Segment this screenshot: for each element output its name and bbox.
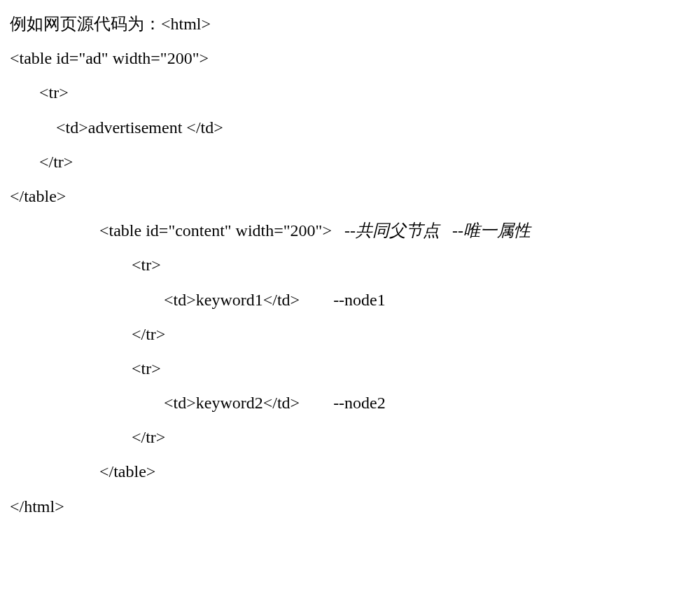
code-line-13: </tr> — [10, 420, 690, 455]
code-text: <td>keyword2</td> — [164, 394, 300, 412]
code-text: <td>advertisement </td> — [56, 118, 223, 137]
code-line-9: <td>keyword1</td> --node1 — [10, 283, 690, 317]
code-text: <tr> — [39, 83, 69, 102]
code-text: <tr> — [132, 256, 161, 274]
code-text: </tr> — [39, 153, 73, 171]
comment-text: --唯一属性 — [452, 221, 531, 240]
code-text: </tr> — [132, 325, 165, 343]
code-line-5: </tr> — [10, 145, 690, 179]
code-line-12: <td>keyword2</td> --node2 — [10, 386, 690, 420]
code-line-4: <td>advertisement </td> — [10, 111, 690, 145]
code-line-8: <tr> — [10, 248, 690, 282]
code-text: <tr> — [132, 359, 161, 378]
code-text: </table> — [99, 462, 155, 481]
comment-text: --node1 — [333, 291, 386, 309]
code-text: </table> — [10, 187, 66, 205]
code-line-1: 例如网页源代码为：<html> — [10, 7, 690, 41]
code-line-10: </tr> — [10, 317, 690, 352]
comment-text: --共同父节点 — [344, 221, 440, 240]
code-line-7: <table id="content" width="200"> --共同父节点… — [10, 214, 690, 248]
code-line-15: </html> — [10, 490, 690, 524]
code-text: </html> — [10, 497, 64, 516]
code-line-14: </table> — [10, 455, 690, 489]
code-text: <table id="ad" width="200"> — [10, 49, 209, 67]
code-text: </tr> — [132, 428, 165, 446]
code-line-6: </table> — [10, 179, 690, 214]
code-text: <td>keyword1</td> — [164, 291, 300, 309]
intro-text: 例如网页源代码为： — [10, 15, 161, 33]
code-text: <table id="content" width="200"> — [99, 221, 332, 240]
code-line-3: <tr> — [10, 76, 690, 110]
code-line-11: <tr> — [10, 352, 690, 386]
code-text: <html> — [161, 15, 211, 33]
comment-text: --node2 — [333, 394, 386, 412]
code-line-2: <table id="ad" width="200"> — [10, 41, 690, 76]
